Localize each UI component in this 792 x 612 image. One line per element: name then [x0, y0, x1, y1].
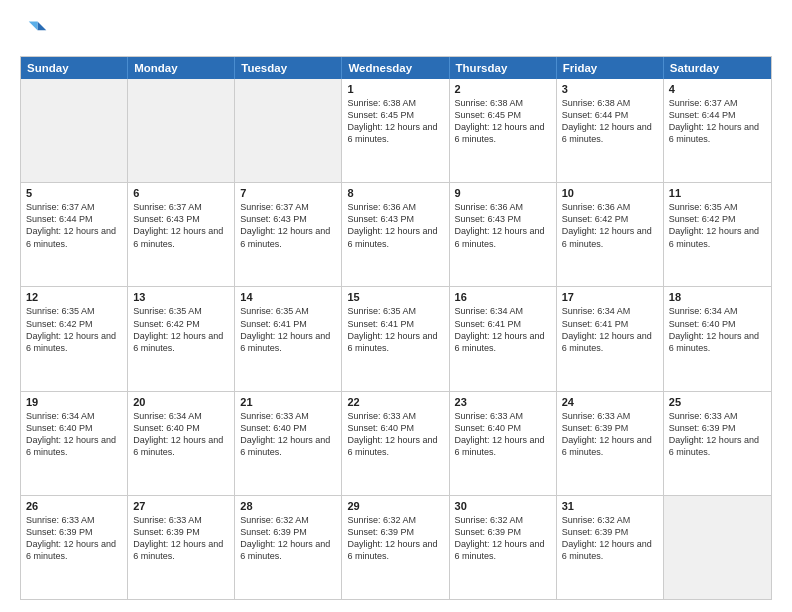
- day-info: Sunrise: 6:33 AMSunset: 6:39 PMDaylight:…: [26, 514, 122, 563]
- day-info: Sunrise: 6:36 AMSunset: 6:42 PMDaylight:…: [562, 201, 658, 250]
- day-number: 11: [669, 187, 766, 199]
- day-cell-20: 20Sunrise: 6:34 AMSunset: 6:40 PMDayligh…: [128, 392, 235, 495]
- day-number: 5: [26, 187, 122, 199]
- day-number: 10: [562, 187, 658, 199]
- day-number: 16: [455, 291, 551, 303]
- day-cell-19: 19Sunrise: 6:34 AMSunset: 6:40 PMDayligh…: [21, 392, 128, 495]
- day-number: 4: [669, 83, 766, 95]
- empty-cell: [128, 79, 235, 182]
- day-number: 26: [26, 500, 122, 512]
- day-info: Sunrise: 6:37 AMSunset: 6:43 PMDaylight:…: [240, 201, 336, 250]
- day-cell-3: 3Sunrise: 6:38 AMSunset: 6:44 PMDaylight…: [557, 79, 664, 182]
- day-number: 30: [455, 500, 551, 512]
- day-number: 29: [347, 500, 443, 512]
- day-number: 14: [240, 291, 336, 303]
- day-cell-13: 13Sunrise: 6:35 AMSunset: 6:42 PMDayligh…: [128, 287, 235, 390]
- day-number: 8: [347, 187, 443, 199]
- day-cell-17: 17Sunrise: 6:34 AMSunset: 6:41 PMDayligh…: [557, 287, 664, 390]
- day-cell-15: 15Sunrise: 6:35 AMSunset: 6:41 PMDayligh…: [342, 287, 449, 390]
- day-number: 18: [669, 291, 766, 303]
- day-cell-29: 29Sunrise: 6:32 AMSunset: 6:39 PMDayligh…: [342, 496, 449, 599]
- day-number: 23: [455, 396, 551, 408]
- day-info: Sunrise: 6:35 AMSunset: 6:42 PMDaylight:…: [669, 201, 766, 250]
- calendar-header: SundayMondayTuesdayWednesdayThursdayFrid…: [21, 57, 771, 79]
- day-cell-31: 31Sunrise: 6:32 AMSunset: 6:39 PMDayligh…: [557, 496, 664, 599]
- day-info: Sunrise: 6:34 AMSunset: 6:40 PMDaylight:…: [133, 410, 229, 459]
- day-number: 31: [562, 500, 658, 512]
- day-cell-22: 22Sunrise: 6:33 AMSunset: 6:40 PMDayligh…: [342, 392, 449, 495]
- day-info: Sunrise: 6:34 AMSunset: 6:40 PMDaylight:…: [669, 305, 766, 354]
- day-cell-2: 2Sunrise: 6:38 AMSunset: 6:45 PMDaylight…: [450, 79, 557, 182]
- calendar: SundayMondayTuesdayWednesdayThursdayFrid…: [20, 56, 772, 600]
- day-cell-14: 14Sunrise: 6:35 AMSunset: 6:41 PMDayligh…: [235, 287, 342, 390]
- day-number: 15: [347, 291, 443, 303]
- empty-cell: [235, 79, 342, 182]
- day-info: Sunrise: 6:32 AMSunset: 6:39 PMDaylight:…: [347, 514, 443, 563]
- page: SundayMondayTuesdayWednesdayThursdayFrid…: [0, 0, 792, 612]
- day-info: Sunrise: 6:37 AMSunset: 6:43 PMDaylight:…: [133, 201, 229, 250]
- day-info: Sunrise: 6:37 AMSunset: 6:44 PMDaylight:…: [669, 97, 766, 146]
- day-number: 2: [455, 83, 551, 95]
- day-number: 24: [562, 396, 658, 408]
- day-info: Sunrise: 6:37 AMSunset: 6:44 PMDaylight:…: [26, 201, 122, 250]
- day-cell-10: 10Sunrise: 6:36 AMSunset: 6:42 PMDayligh…: [557, 183, 664, 286]
- calendar-row-3: 12Sunrise: 6:35 AMSunset: 6:42 PMDayligh…: [21, 286, 771, 390]
- calendar-row-2: 5Sunrise: 6:37 AMSunset: 6:44 PMDaylight…: [21, 182, 771, 286]
- day-cell-23: 23Sunrise: 6:33 AMSunset: 6:40 PMDayligh…: [450, 392, 557, 495]
- day-cell-24: 24Sunrise: 6:33 AMSunset: 6:39 PMDayligh…: [557, 392, 664, 495]
- svg-marker-0: [38, 22, 47, 31]
- day-number: 12: [26, 291, 122, 303]
- header-cell-wednesday: Wednesday: [342, 57, 449, 79]
- header-cell-sunday: Sunday: [21, 57, 128, 79]
- day-cell-9: 9Sunrise: 6:36 AMSunset: 6:43 PMDaylight…: [450, 183, 557, 286]
- day-number: 25: [669, 396, 766, 408]
- day-info: Sunrise: 6:36 AMSunset: 6:43 PMDaylight:…: [455, 201, 551, 250]
- calendar-row-1: 1Sunrise: 6:38 AMSunset: 6:45 PMDaylight…: [21, 79, 771, 182]
- day-info: Sunrise: 6:32 AMSunset: 6:39 PMDaylight:…: [240, 514, 336, 563]
- day-cell-16: 16Sunrise: 6:34 AMSunset: 6:41 PMDayligh…: [450, 287, 557, 390]
- day-info: Sunrise: 6:35 AMSunset: 6:42 PMDaylight:…: [133, 305, 229, 354]
- day-cell-21: 21Sunrise: 6:33 AMSunset: 6:40 PMDayligh…: [235, 392, 342, 495]
- day-number: 13: [133, 291, 229, 303]
- empty-cell: [21, 79, 128, 182]
- day-number: 7: [240, 187, 336, 199]
- day-cell-5: 5Sunrise: 6:37 AMSunset: 6:44 PMDaylight…: [21, 183, 128, 286]
- day-cell-30: 30Sunrise: 6:32 AMSunset: 6:39 PMDayligh…: [450, 496, 557, 599]
- day-number: 3: [562, 83, 658, 95]
- day-cell-8: 8Sunrise: 6:36 AMSunset: 6:43 PMDaylight…: [342, 183, 449, 286]
- svg-marker-1: [29, 22, 38, 31]
- logo-icon: [20, 18, 48, 46]
- day-number: 6: [133, 187, 229, 199]
- day-info: Sunrise: 6:35 AMSunset: 6:41 PMDaylight:…: [347, 305, 443, 354]
- day-info: Sunrise: 6:34 AMSunset: 6:41 PMDaylight:…: [562, 305, 658, 354]
- day-cell-26: 26Sunrise: 6:33 AMSunset: 6:39 PMDayligh…: [21, 496, 128, 599]
- header-cell-tuesday: Tuesday: [235, 57, 342, 79]
- day-info: Sunrise: 6:32 AMSunset: 6:39 PMDaylight:…: [455, 514, 551, 563]
- header-cell-thursday: Thursday: [450, 57, 557, 79]
- day-info: Sunrise: 6:33 AMSunset: 6:40 PMDaylight:…: [347, 410, 443, 459]
- header-cell-monday: Monday: [128, 57, 235, 79]
- day-number: 9: [455, 187, 551, 199]
- day-info: Sunrise: 6:34 AMSunset: 6:41 PMDaylight:…: [455, 305, 551, 354]
- day-cell-1: 1Sunrise: 6:38 AMSunset: 6:45 PMDaylight…: [342, 79, 449, 182]
- day-info: Sunrise: 6:38 AMSunset: 6:44 PMDaylight:…: [562, 97, 658, 146]
- day-number: 21: [240, 396, 336, 408]
- empty-cell: [664, 496, 771, 599]
- day-number: 1: [347, 83, 443, 95]
- calendar-body: 1Sunrise: 6:38 AMSunset: 6:45 PMDaylight…: [21, 79, 771, 599]
- day-info: Sunrise: 6:33 AMSunset: 6:40 PMDaylight:…: [455, 410, 551, 459]
- day-number: 22: [347, 396, 443, 408]
- day-cell-12: 12Sunrise: 6:35 AMSunset: 6:42 PMDayligh…: [21, 287, 128, 390]
- day-cell-6: 6Sunrise: 6:37 AMSunset: 6:43 PMDaylight…: [128, 183, 235, 286]
- header: [20, 18, 772, 46]
- day-cell-25: 25Sunrise: 6:33 AMSunset: 6:39 PMDayligh…: [664, 392, 771, 495]
- day-info: Sunrise: 6:38 AMSunset: 6:45 PMDaylight:…: [455, 97, 551, 146]
- day-cell-27: 27Sunrise: 6:33 AMSunset: 6:39 PMDayligh…: [128, 496, 235, 599]
- logo: [20, 18, 52, 46]
- day-cell-4: 4Sunrise: 6:37 AMSunset: 6:44 PMDaylight…: [664, 79, 771, 182]
- header-cell-saturday: Saturday: [664, 57, 771, 79]
- day-info: Sunrise: 6:35 AMSunset: 6:42 PMDaylight:…: [26, 305, 122, 354]
- day-cell-18: 18Sunrise: 6:34 AMSunset: 6:40 PMDayligh…: [664, 287, 771, 390]
- day-info: Sunrise: 6:38 AMSunset: 6:45 PMDaylight:…: [347, 97, 443, 146]
- day-info: Sunrise: 6:32 AMSunset: 6:39 PMDaylight:…: [562, 514, 658, 563]
